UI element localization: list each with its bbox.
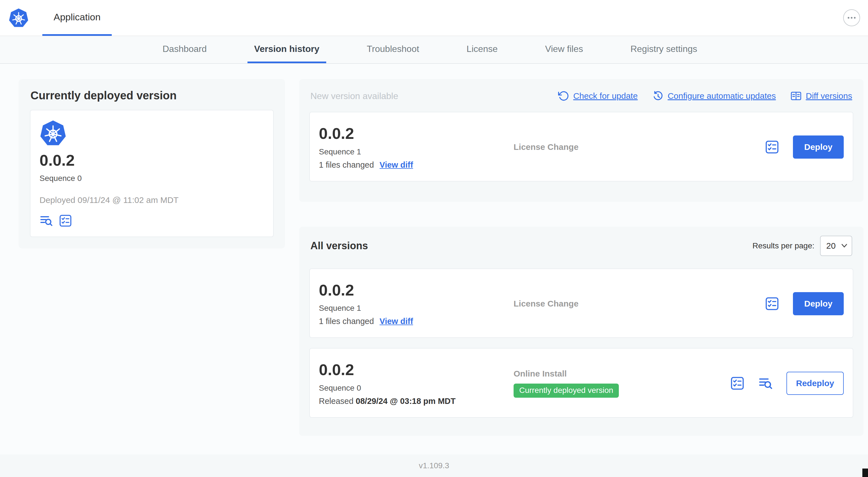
check-for-update-link[interactable]: Check for update [558, 90, 638, 101]
kubernetes-logo-icon [8, 8, 29, 28]
secondary-nav: Dashboard Version history Troubleshoot L… [0, 36, 868, 64]
all-versions-panel: All versions Results per page: 20 [299, 227, 864, 436]
console-version: v1.109.3 [419, 461, 449, 470]
ellipsis-icon [848, 17, 849, 19]
tab-application[interactable]: Application [42, 0, 112, 36]
currently-deployed-badge: Currently deployed version [514, 384, 619, 398]
preflight-checks-button[interactable] [765, 296, 779, 311]
version-actions: Check for update Configure automatic upd… [558, 90, 852, 101]
kubernetes-app-icon [39, 119, 264, 147]
new-version-panel: New version available Check for update [299, 79, 864, 202]
footer: v1.109.3 [0, 454, 868, 477]
app-window: Application Dashboard Version history Tr… [0, 0, 868, 477]
version-info: 0.0.2 Sequence 1 1 files changedView dif… [319, 281, 514, 326]
deployed-actions [39, 214, 264, 228]
scrollbar-thumb[interactable] [862, 469, 868, 477]
currently-deployed-panel: Currently deployed version 0.0.2 Sequenc… [19, 79, 285, 248]
release-notes-button[interactable] [758, 376, 773, 391]
version-source: License Change [514, 299, 765, 308]
release-notes-icon [758, 376, 773, 391]
files-changed: 1 files changedView diff [319, 317, 514, 326]
deployed-version-number: 0.0.2 [39, 151, 264, 169]
deploy-button[interactable]: Deploy [793, 136, 844, 159]
all-versions-heading: All versions [310, 240, 368, 252]
tab-version-history[interactable]: Version history [247, 36, 326, 63]
version-number: 0.0.2 [319, 125, 514, 142]
all-versions-header: All versions Results per page: 20 [309, 236, 853, 256]
version-row-sequence-0: 0.0.2 Sequence 0 Released 08/29/24 @ 03:… [309, 348, 853, 418]
version-source: Online Install Currently deployed versio… [514, 369, 730, 398]
version-sequence: Sequence 0 [319, 384, 514, 393]
version-info: 0.0.2 Sequence 1 1 files changedView dif… [319, 125, 514, 170]
checklist-icon [765, 140, 779, 154]
checklist-icon [765, 296, 779, 311]
preflight-checks-button[interactable] [730, 376, 745, 391]
preflight-checks-button[interactable] [59, 214, 72, 228]
tab-view-files[interactable]: View files [538, 36, 590, 63]
release-notes-icon [39, 214, 53, 228]
checklist-icon [730, 376, 745, 391]
view-diff-link[interactable]: View diff [379, 317, 413, 326]
version-source: License Change [514, 142, 765, 152]
new-version-card: 0.0.2 Sequence 1 1 files changedView dif… [309, 112, 853, 181]
diff-versions-link[interactable]: Diff versions [790, 90, 852, 101]
overflow-menu-button[interactable] [843, 9, 860, 26]
deployed-sequence: Sequence 0 [39, 174, 264, 183]
main-content: Currently deployed version 0.0.2 Sequenc… [0, 64, 868, 454]
preflight-checks-button[interactable] [765, 140, 779, 154]
version-info: 0.0.2 Sequence 0 Released 08/29/24 @ 03:… [319, 361, 514, 406]
new-version-heading: New version available [310, 91, 398, 101]
version-number: 0.0.2 [319, 281, 514, 299]
deployed-version-card: 0.0.2 Sequence 0 Deployed 09/11/24 @ 11:… [30, 110, 274, 237]
results-per-page-select[interactable]: 20 [820, 236, 852, 256]
version-number: 0.0.2 [319, 361, 514, 379]
tab-license[interactable]: License [460, 36, 504, 63]
tab-registry-settings[interactable]: Registry settings [624, 36, 704, 63]
version-actions-cell: Deploy [765, 136, 844, 159]
clock-arrow-icon [652, 90, 664, 101]
version-sequence: Sequence 1 [319, 147, 514, 156]
results-per-page-label: Results per page: [752, 241, 814, 250]
app-tab-label: Application [54, 11, 100, 23]
deploy-button[interactable]: Deploy [793, 292, 844, 315]
deployed-timestamp: Deployed 09/11/24 @ 11:02 am MDT [39, 195, 264, 205]
version-sequence: Sequence 1 [319, 304, 514, 313]
version-actions-cell: Redeploy [730, 372, 844, 395]
redeploy-button[interactable]: Redeploy [786, 372, 844, 395]
currently-deployed-heading: Currently deployed version [30, 89, 274, 102]
chevron-down-icon [841, 244, 847, 248]
version-actions-cell: Deploy [765, 292, 844, 315]
configure-automatic-updates-link[interactable]: Configure automatic updates [652, 90, 776, 101]
right-column: New version available Check for update [299, 79, 864, 436]
refresh-icon [558, 90, 569, 101]
topbar: Application [0, 0, 868, 36]
checklist-icon [59, 214, 72, 228]
new-version-header: New version available Check for update [309, 90, 853, 101]
diff-icon [790, 90, 802, 101]
tab-dashboard[interactable]: Dashboard [156, 36, 214, 63]
results-per-page: Results per page: 20 [752, 236, 852, 256]
tab-troubleshoot[interactable]: Troubleshoot [360, 36, 426, 63]
released-timestamp: Released 08/29/24 @ 03:18 pm MDT [319, 396, 514, 406]
release-notes-button[interactable] [39, 214, 53, 228]
files-changed: 1 files changedView diff [319, 160, 514, 170]
version-row-sequence-1: 0.0.2 Sequence 1 1 files changedView dif… [309, 268, 853, 338]
view-diff-link[interactable]: View diff [379, 160, 413, 169]
